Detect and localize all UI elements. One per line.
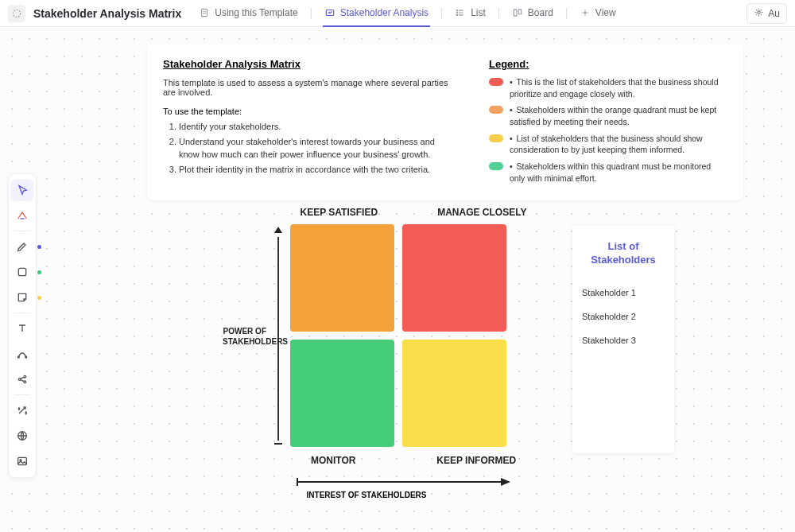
info-card: Stakeholder Analysis Matrix This templat…: [147, 44, 743, 200]
info-to-use: To use the template:: [163, 107, 457, 116]
matrix-area: KEEP SATISFIED MANAGE CLOSELY POWER OF S…: [223, 207, 556, 500]
sidebar-divider: [14, 394, 30, 395]
stakeholders-card[interactable]: List of Stakeholders Stakeholder 1 Stake…: [572, 226, 674, 453]
info-steps: Identify your stakeholders. Understand y…: [163, 121, 457, 177]
topbar-actions: Au: [747, 3, 787, 24]
legend-row: List of stakeholders that the business s…: [489, 133, 727, 156]
stakeholder-item[interactable]: Stakeholder 3: [582, 336, 665, 345]
legend-swatch-green: [489, 162, 503, 170]
legend-swatch-yellow: [489, 134, 503, 142]
info-step: Identify your stakeholders.: [179, 121, 457, 133]
tool-pen[interactable]: [11, 235, 33, 258]
stakeholder-item[interactable]: Stakeholder 1: [582, 288, 665, 297]
matrix-top-labels: KEEP SATISFIED MANAGE CLOSELY: [223, 207, 556, 218]
legend-title: Legend:: [489, 58, 727, 70]
doc-icon: [199, 7, 210, 18]
y-axis-label: POWER OF STAKEHOLDERS: [223, 326, 266, 347]
quad-manage-closely[interactable]: [402, 224, 506, 332]
tab-list[interactable]: List: [453, 0, 487, 27]
app-icon[interactable]: [8, 5, 25, 22]
tab-label: Stakeholder Analysis: [340, 7, 429, 18]
whiteboard-icon: [324, 7, 335, 18]
svg-point-11: [25, 356, 27, 358]
svg-point-4: [456, 12, 457, 13]
tool-connector[interactable]: [11, 343, 33, 365]
tool-text[interactable]: [11, 317, 33, 340]
tab-divider: [566, 8, 567, 19]
legend-swatch-orange: [489, 106, 503, 114]
stakeholder-item[interactable]: Stakeholder 2: [582, 312, 665, 321]
tab-label: Board: [528, 7, 553, 18]
board-icon: [512, 7, 523, 18]
sparkle-icon: [754, 7, 764, 20]
svg-point-14: [24, 381, 26, 383]
svg-rect-16: [18, 457, 27, 464]
tab-divider: [441, 8, 442, 19]
tab-stakeholder-analysis[interactable]: Stakeholder Analysis: [323, 0, 430, 27]
tab-label: List: [471, 7, 486, 18]
x-axis-arrow: [223, 477, 556, 487]
tool-shape[interactable]: [11, 261, 33, 283]
matrix-grid: [290, 224, 506, 449]
legend-row: Stakeholders within this quadrant must b…: [489, 161, 727, 184]
legend-text: Stakeholders within the orange quadrant …: [510, 104, 727, 127]
quad-keep-satisfied[interactable]: [290, 224, 394, 332]
matrix-with-arrow: [266, 224, 506, 449]
sidebar-divider: [14, 313, 30, 313]
tool-image[interactable]: [11, 450, 33, 472]
tab-divider: [498, 8, 499, 19]
svg-point-13: [24, 375, 26, 378]
tab-label: View: [595, 7, 616, 18]
quad-keep-informed[interactable]: [402, 340, 506, 447]
tool-sticky[interactable]: [11, 286, 33, 309]
legend-text: List of stakeholders that the business s…: [510, 133, 727, 156]
svg-rect-9: [18, 268, 25, 275]
stakeholders-title: List of Stakeholders: [582, 240, 665, 267]
label-keep-satisfied: KEEP SATISFIED: [301, 207, 378, 218]
tab-board[interactable]: Board: [510, 0, 555, 27]
y-axis-arrow: [266, 224, 290, 449]
tool-share[interactable]: [11, 368, 33, 390]
plus-icon: [580, 7, 591, 18]
tool-pointer[interactable]: [11, 179, 33, 201]
matrix-bottom-labels: MONITOR KEEP INFORMED: [223, 455, 556, 466]
automation-button[interactable]: Au: [747, 3, 787, 24]
pen-color-dot: [37, 245, 41, 249]
view-tabs: Using this Template Stakeholder Analysis…: [197, 0, 617, 27]
svg-point-12: [18, 379, 21, 381]
svg-rect-6: [514, 9, 517, 15]
x-axis-label: INTEREST OF STAKEHOLDERS: [223, 490, 439, 500]
svg-point-0: [13, 10, 20, 17]
info-legend: Legend: This is the list of stakeholders…: [489, 58, 727, 189]
sidebar-divider: [14, 231, 30, 231]
svg-point-3: [456, 10, 457, 10]
tab-label: Using this Template: [215, 7, 298, 18]
legend-row: This is the list of stakeholders that th…: [489, 76, 727, 99]
tab-divider: [311, 8, 312, 19]
tool-magic[interactable]: [11, 399, 33, 421]
top-toolbar: Stakeholder Analysis Matrix Using this T…: [0, 0, 795, 27]
svg-rect-7: [518, 9, 522, 14]
svg-point-8: [758, 10, 760, 13]
label-monitor: MONITOR: [311, 455, 355, 466]
info-step: Plot their identity in the matrix in acc…: [179, 164, 457, 176]
tool-ai[interactable]: [11, 204, 33, 227]
matrix-body: POWER OF STAKEHOLDERS: [223, 224, 556, 449]
tab-using-template[interactable]: Using this Template: [197, 0, 300, 27]
automation-label: Au: [768, 8, 780, 19]
sticky-color-dot: [37, 296, 41, 300]
legend-row: Stakeholders within the orange quadrant …: [489, 104, 727, 127]
info-left: Stakeholder Analysis Matrix This templat…: [163, 58, 457, 189]
label-manage-closely: MANAGE CLOSELY: [437, 207, 526, 218]
shape-color-dot: [37, 270, 41, 274]
legend-text: This is the list of stakeholders that th…: [510, 76, 727, 99]
quad-monitor[interactable]: [290, 340, 394, 447]
tool-sidebar: [8, 173, 37, 478]
legend-swatch-red: [489, 78, 503, 86]
list-icon: [455, 7, 466, 18]
info-description: This template is used to assess a system…: [163, 78, 457, 97]
legend-text: Stakeholders within this quadrant must b…: [510, 161, 727, 184]
info-title: Stakeholder Analysis Matrix: [163, 58, 457, 70]
tab-add-view[interactable]: View: [578, 0, 618, 27]
tool-web[interactable]: [11, 425, 33, 447]
